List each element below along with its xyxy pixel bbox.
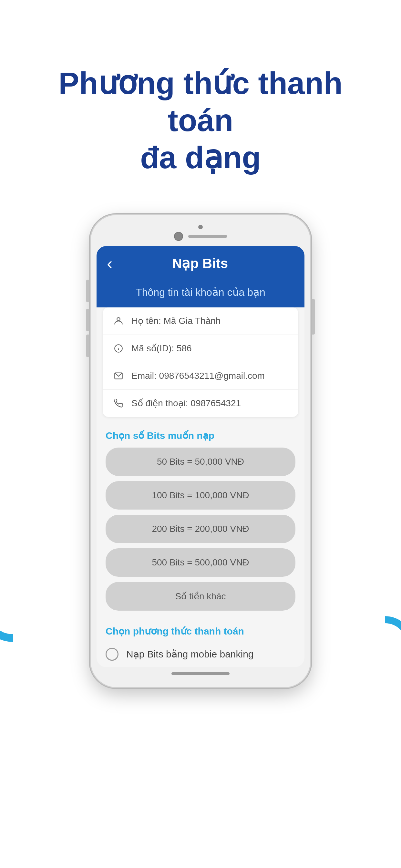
account-phone-row: Số điện thoại: 0987654321 (103, 390, 298, 417)
account-email-text: Email: 09876543211@gmail.com (131, 371, 265, 381)
bits-section: Chọn số Bits muốn nạp 50 Bits = 50,000 V… (96, 423, 305, 619)
account-id-row: Mã số(ID): 586 (103, 335, 298, 362)
payment-section-label: Chọn phương thức thanh toán (105, 625, 296, 637)
payment-radio-mobie[interactable] (105, 648, 119, 661)
phone-bottom (96, 672, 305, 675)
phone-icon (112, 397, 125, 410)
phone-mockup: ‹ Nạp Bits Thông tin tài khoản của bạn H… (0, 202, 401, 700)
bits-option-500[interactable]: 500 Bits = 500,000 VNĐ (105, 548, 296, 577)
phone-top-area (96, 225, 305, 241)
account-name-row: Họ tên: Mã Gia Thành (103, 307, 298, 335)
account-email-row: Email: 09876543211@gmail.com (103, 362, 298, 390)
account-name-text: Họ tên: Mã Gia Thành (131, 315, 220, 326)
back-button[interactable]: ‹ (107, 255, 112, 272)
app-title: Nạp Bits (119, 255, 281, 271)
account-id-text: Mã số(ID): 586 (131, 343, 192, 353)
phone-speaker (188, 235, 227, 238)
phone-outer-shell: ‹ Nạp Bits Thông tin tài khoản của bạn H… (91, 215, 310, 687)
account-info-card: Họ tên: Mã Gia Thành Mã số(ID): 586 (103, 307, 298, 417)
email-icon (112, 369, 125, 382)
person-icon (112, 314, 125, 328)
svg-point-0 (117, 317, 120, 320)
payment-section: Chọn phương thức thanh toán Nạp Bits bằn… (96, 619, 305, 667)
app-subheader: Thông tin tài khoản của bạn (96, 281, 305, 307)
phone-notch-row (174, 232, 227, 241)
bits-option-50[interactable]: 50 Bits = 50,000 VNĐ (105, 447, 296, 476)
phone-screen: ‹ Nạp Bits Thông tin tài khoản của bạn H… (96, 246, 305, 667)
bits-option-100[interactable]: 100 Bits = 100,000 VNĐ (105, 481, 296, 509)
phone-camera (174, 232, 183, 241)
phone-dot (198, 225, 203, 229)
account-phone-text: Số điện thoại: 0987654321 (131, 398, 241, 408)
bits-option-custom[interactable]: Số tiền khác (105, 582, 296, 611)
info-icon (112, 342, 125, 355)
payment-option-row[interactable]: Nạp Bits bằng mobie banking (105, 645, 296, 664)
bits-option-200[interactable]: 200 Bits = 200,000 VNĐ (105, 515, 296, 543)
bits-section-label: Chọn số Bits muốn nạp (105, 430, 296, 441)
page-heading: Phương thức thanh toán đa dạng (0, 0, 401, 202)
home-indicator (172, 672, 229, 675)
page-title: Phương thức thanh toán đa dạng (26, 65, 375, 176)
subheader-text: Thông tin tài khoản của bạn (135, 286, 266, 298)
payment-option-mobie-label: Nạp Bits bằng mobie banking (126, 648, 254, 660)
app-header: ‹ Nạp Bits (96, 246, 305, 281)
